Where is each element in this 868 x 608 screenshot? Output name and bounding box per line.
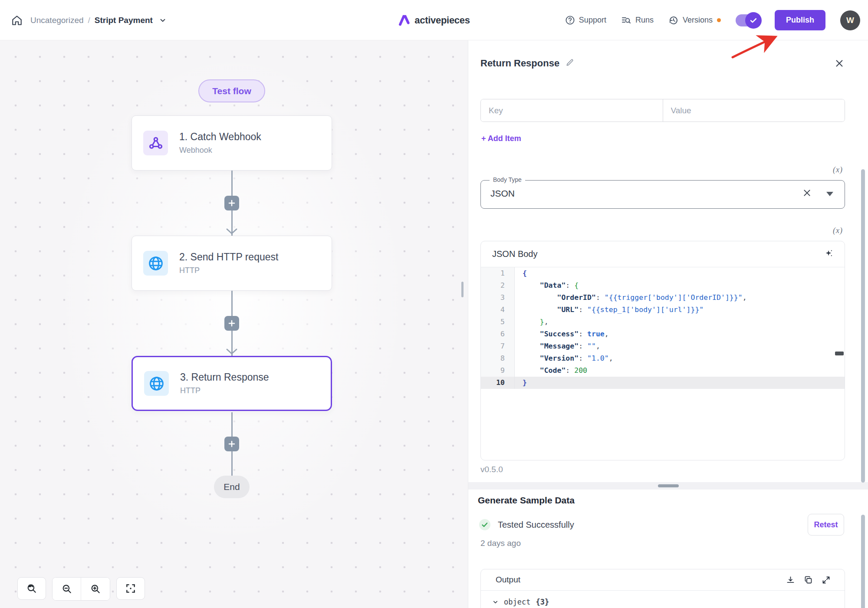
success-check-icon bbox=[479, 519, 491, 531]
nav-support[interactable]: Support bbox=[565, 15, 606, 25]
dynamic-value-toggle-icon[interactable]: (x) bbox=[833, 226, 843, 235]
connector bbox=[224, 291, 240, 356]
zoom-in-icon bbox=[90, 583, 101, 595]
panel-scrollbar-thumb[interactable] bbox=[861, 169, 865, 483]
step-card-catch-webhook[interactable]: 1. Catch Webhook Webhook bbox=[132, 115, 332, 171]
breadcrumb: Uncategorized / Stript Payment bbox=[30, 16, 167, 25]
toggle-thumb-check-icon bbox=[745, 12, 762, 29]
tree-node-count: {3} bbox=[536, 598, 549, 606]
body-type-select[interactable]: Body Type JSON bbox=[480, 180, 845, 209]
add-step-button[interactable] bbox=[224, 437, 239, 451]
close-panel-icon[interactable] bbox=[835, 59, 844, 70]
fit-to-view-button[interactable] bbox=[116, 577, 145, 600]
nav-support-label: Support bbox=[579, 16, 606, 25]
code-line: 5 }, bbox=[481, 316, 845, 328]
code-line: 8 "Version": "1.0", bbox=[481, 352, 845, 365]
generate-sample-data-heading: Generate Sample Data bbox=[478, 495, 575, 506]
breadcrumb-flow-name[interactable]: Stript Payment bbox=[95, 16, 153, 25]
panel-section-resize[interactable] bbox=[468, 482, 868, 490]
globe-icon bbox=[143, 251, 168, 276]
download-icon[interactable] bbox=[786, 575, 795, 585]
test-flow-button[interactable]: Test flow bbox=[198, 79, 265, 102]
nav-versions-label: Versions bbox=[683, 16, 713, 25]
flow-builder-app: Uncategorized / Stript Payment activepie… bbox=[0, 0, 868, 608]
breadcrumb-category[interactable]: Uncategorized bbox=[30, 16, 84, 25]
resize-grip bbox=[658, 484, 679, 487]
nav-runs-label: Runs bbox=[635, 16, 654, 25]
publish-button[interactable]: Publish bbox=[775, 10, 825, 30]
response-headers-row bbox=[480, 99, 845, 122]
top-bar: Uncategorized / Stript Payment activepie… bbox=[0, 0, 868, 40]
select-caret-icon[interactable] bbox=[826, 192, 833, 196]
add-step-button[interactable] bbox=[224, 316, 239, 331]
step-subtitle: Webhook bbox=[179, 146, 261, 155]
zoom-reset-button[interactable] bbox=[17, 577, 46, 600]
globe-icon bbox=[144, 371, 169, 396]
logo-text: activepieces bbox=[414, 15, 470, 26]
zoom-reset-icon bbox=[26, 583, 37, 594]
add-item-button[interactable]: + Add Item bbox=[481, 134, 521, 143]
runs-icon bbox=[621, 15, 631, 26]
home-icon[interactable] bbox=[11, 15, 23, 26]
zoom-in-out-group bbox=[52, 577, 110, 601]
code-editor-lines[interactable]: 1{2 "Data": {3 "OrderID": "{{trigger['bo… bbox=[481, 267, 845, 460]
json-body-label: JSON Body bbox=[492, 249, 537, 259]
nav-versions[interactable]: Versions bbox=[668, 15, 713, 26]
piece-version: v0.5.0 bbox=[480, 465, 503, 474]
value-input[interactable] bbox=[663, 99, 845, 122]
tree-node-type: object bbox=[504, 598, 530, 606]
zoom-out-button[interactable] bbox=[53, 578, 81, 600]
webhook-icon bbox=[143, 131, 168, 155]
clear-selection-icon[interactable] bbox=[802, 188, 812, 199]
step-settings-panel: Return Response + Add Item (x) Body Type… bbox=[468, 40, 868, 608]
dynamic-value-toggle-icon[interactable]: (x) bbox=[833, 165, 843, 174]
add-step-button[interactable] bbox=[224, 196, 239, 210]
connector bbox=[224, 171, 240, 236]
flow-canvas[interactable]: Test flow 1. Catch Webhook Webhook bbox=[0, 40, 468, 608]
test-status-label: Tested Successfully bbox=[498, 520, 574, 530]
canvas-zoom-toolbar bbox=[17, 577, 145, 601]
expand-icon[interactable] bbox=[822, 575, 831, 585]
edit-name-pencil-icon[interactable] bbox=[566, 58, 574, 69]
history-icon bbox=[668, 15, 679, 26]
step-card-send-http[interactable]: 2. Send HTTP request HTTP bbox=[132, 236, 332, 291]
last-test-time: 2 days ago bbox=[480, 539, 521, 548]
zoom-in-button[interactable] bbox=[81, 578, 110, 600]
copy-icon[interactable] bbox=[804, 575, 813, 585]
nav-runs[interactable]: Runs bbox=[621, 15, 654, 26]
output-tree-root[interactable]: object {3} bbox=[481, 591, 845, 606]
versions-unpublished-dot bbox=[717, 18, 721, 22]
code-line: 9 "Code": 200 bbox=[481, 365, 845, 377]
flow-enabled-toggle[interactable] bbox=[736, 14, 760, 26]
ai-sparkle-icon[interactable] bbox=[824, 249, 833, 260]
avatar[interactable]: W bbox=[840, 10, 860, 30]
activepieces-logo: activepieces bbox=[398, 0, 470, 40]
code-line: 4 "URL": "{{step_1['body']['url']}}" bbox=[481, 304, 845, 316]
panel-resize-handle[interactable] bbox=[461, 282, 464, 297]
json-body-editor[interactable]: JSON Body 1{2 "Data": {3 "OrderID": "{{t… bbox=[480, 241, 845, 460]
arrow-down-icon bbox=[225, 228, 238, 237]
plus-icon bbox=[228, 319, 236, 327]
code-line: 6 "Success": true, bbox=[481, 328, 845, 340]
code-line: 3 "OrderID": "{{trigger['body']['OrderID… bbox=[481, 292, 845, 304]
code-line: 2 "Data": { bbox=[481, 279, 845, 292]
panel-title: Return Response bbox=[480, 58, 559, 69]
end-node: End bbox=[214, 476, 250, 498]
code-line: 10} bbox=[481, 377, 845, 389]
breadcrumb-separator: / bbox=[88, 16, 90, 25]
tree-chevron-icon bbox=[492, 599, 499, 605]
chevron-down-icon[interactable] bbox=[159, 16, 167, 24]
code-line: 7 "Message": "", bbox=[481, 340, 845, 352]
fit-to-view-icon bbox=[125, 583, 136, 594]
key-input[interactable] bbox=[481, 99, 663, 122]
body-type-value: JSON bbox=[490, 188, 515, 199]
step-title: 2. Send HTTP request bbox=[179, 251, 278, 263]
output-card: Output object {3} bbox=[480, 569, 845, 608]
plus-icon bbox=[228, 440, 236, 448]
step-card-return-response[interactable]: 3. Return Response HTTP bbox=[132, 356, 332, 411]
retest-button[interactable]: Retest bbox=[808, 514, 844, 536]
code-scrollbar-thumb[interactable] bbox=[835, 352, 844, 355]
step-title: 3. Return Response bbox=[180, 371, 269, 383]
step-subtitle: HTTP bbox=[180, 386, 269, 395]
panel-scrollbar-thumb[interactable] bbox=[861, 515, 865, 608]
